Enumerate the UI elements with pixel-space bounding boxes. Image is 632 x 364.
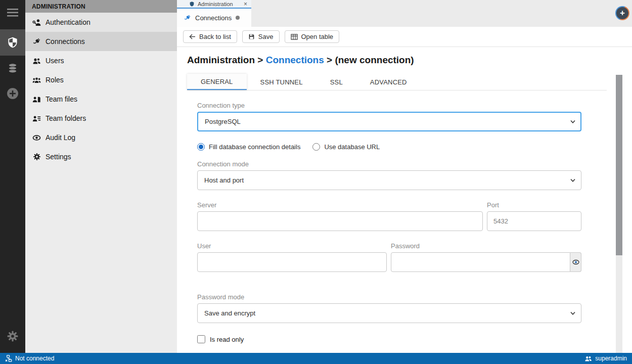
- radio-use-database-url[interactable]: Use database URL: [312, 143, 380, 151]
- connection-status: Not connected: [5, 355, 54, 362]
- disconnected-icon: [5, 355, 12, 362]
- back-to-list-label: Back to list: [199, 33, 231, 40]
- eye-icon: [572, 259, 579, 265]
- user-label: User: [197, 242, 387, 250]
- open-table-button[interactable]: Open table: [285, 30, 340, 43]
- table-icon: [291, 34, 298, 40]
- radio-input[interactable]: [197, 143, 205, 151]
- port-input[interactable]: [487, 211, 581, 231]
- breadcrumb-connections-link[interactable]: Connections: [266, 55, 324, 65]
- database-icon: [7, 63, 18, 74]
- plus-icon: +: [616, 7, 628, 19]
- shield-admin-icon: [7, 36, 18, 49]
- sidebar-item-team-files[interactable]: Team files: [25, 89, 177, 109]
- radio-fill-connection-details[interactable]: Fill database connection details: [197, 143, 300, 151]
- menu-button[interactable]: [0, 0, 25, 25]
- users-icon: [32, 57, 41, 65]
- subtab-label: Connections: [195, 14, 232, 22]
- connection-form-panel: Administration > Connections > (new conn…: [177, 47, 632, 353]
- gear-icon: [32, 153, 41, 161]
- user-icon: [584, 355, 592, 362]
- radio-input[interactable]: [312, 143, 320, 151]
- database-nav-button[interactable]: [0, 56, 25, 81]
- roles-icon: [32, 76, 41, 84]
- sidebar-item-settings[interactable]: Settings: [25, 147, 177, 166]
- tab-general[interactable]: GENERAL: [187, 74, 247, 90]
- sidebar-header: ADMINISTRATION: [25, 0, 177, 13]
- sidebar-item-authentication[interactable]: Authentication: [25, 13, 177, 32]
- shield-icon: [189, 1, 195, 7]
- current-user-name: superadmin: [595, 355, 627, 362]
- sidebar-item-label: Roles: [46, 76, 64, 84]
- menu-icon: [6, 8, 19, 17]
- server-label: Server: [197, 201, 483, 209]
- auth-key-person-icon: [32, 18, 41, 27]
- eye-icon: [32, 133, 41, 142]
- plus-circle-icon: [6, 87, 19, 100]
- gear-icon: [7, 330, 19, 342]
- connection-detail-mode-group: Fill database connection details Use dat…: [197, 143, 581, 151]
- connection-type-select[interactable]: PostgreSQL: [197, 112, 581, 131]
- sidebar-item-connections[interactable]: Connections: [25, 32, 177, 51]
- sidebar-item-roles[interactable]: Roles: [25, 70, 177, 89]
- administration-nav-button[interactable]: [0, 29, 25, 56]
- app-window: ADMINISTRATION Authentication: [0, 0, 632, 364]
- tab-ssh-tunnel[interactable]: SSH TUNNEL: [247, 74, 317, 90]
- tab-ssl[interactable]: SSL: [317, 74, 356, 90]
- is-read-only-row[interactable]: Is read only: [197, 335, 581, 343]
- tab-advanced[interactable]: ADVANCED: [356, 74, 421, 90]
- sidebar-item-users[interactable]: Users: [25, 51, 177, 70]
- password-reveal-button[interactable]: [570, 252, 581, 272]
- back-to-list-button[interactable]: Back to list: [183, 30, 237, 43]
- server-input[interactable]: [197, 211, 483, 231]
- add-nav-button[interactable]: [0, 81, 25, 106]
- is-read-only-label: Is read only: [210, 336, 244, 343]
- save-button[interactable]: Save: [242, 30, 280, 43]
- sidebar-item-label: Team files: [46, 95, 77, 103]
- connection-type-label: Connection type: [197, 102, 581, 109]
- is-read-only-checkbox[interactable]: [197, 335, 205, 343]
- subtab-connections[interactable]: Connections: [177, 9, 251, 27]
- current-user[interactable]: superadmin: [584, 355, 627, 362]
- password-input[interactable]: [391, 252, 570, 272]
- sidebar-item-label: Users: [46, 57, 64, 65]
- team-files-icon: [32, 95, 41, 104]
- tab-label: Administration: [198, 1, 241, 7]
- password-mode-label: Password mode: [197, 293, 581, 301]
- plug-icon: [32, 37, 41, 46]
- connection-mode-select[interactable]: Host and port: [197, 170, 581, 190]
- plug-icon: [184, 14, 191, 22]
- add-connection-button[interactable]: +: [615, 6, 629, 20]
- administration-sidebar: ADMINISTRATION Authentication: [25, 0, 177, 353]
- connection-mode-label: Connection mode: [197, 160, 581, 168]
- password-mode-select[interactable]: Save and encrypt: [197, 303, 581, 323]
- save-label: Save: [258, 33, 274, 40]
- scrollbar-thumb[interactable]: [616, 75, 622, 255]
- user-input[interactable]: [197, 252, 387, 272]
- sidebar-item-team-folders[interactable]: Team folders: [25, 109, 177, 128]
- connection-status-text: Not connected: [15, 355, 54, 362]
- connection-toolbar: Back to list Save Open: [177, 27, 632, 47]
- connection-form-tabs: GENERAL SSH TUNNEL SSL ADVANCED: [187, 74, 607, 90]
- app-iconbar: [0, 0, 25, 353]
- general-form: Connection type PostgreSQL Fill database…: [197, 102, 581, 343]
- vertical-scrollbar[interactable]: [616, 75, 622, 353]
- sidebar-item-label: Settings: [46, 153, 71, 161]
- save-icon: [248, 33, 255, 40]
- team-folders-icon: [32, 114, 41, 123]
- sidebar-item-label: Audit Log: [46, 133, 75, 142]
- iconbar-settings-button[interactable]: [0, 324, 25, 349]
- sidebar-item-label: Authentication: [46, 18, 91, 26]
- sidebar-item-audit-log[interactable]: Audit Log: [25, 128, 177, 147]
- breadcrumb-new-connection: (new connection): [335, 55, 414, 65]
- breadcrumb-administration: Administration: [187, 55, 255, 65]
- tab-administration[interactable]: Administration ×: [177, 0, 251, 9]
- sidebar-item-label: Team folders: [46, 114, 86, 122]
- top-tab-strip: Administration × Connections: [177, 0, 632, 27]
- status-bar: Not connected superadmin: [0, 353, 632, 364]
- main-area: Administration × Connections: [177, 0, 632, 353]
- open-table-label: Open table: [301, 33, 334, 40]
- close-icon[interactable]: ×: [244, 1, 247, 7]
- port-label: Port: [487, 201, 581, 209]
- arrow-left-icon: [189, 34, 196, 39]
